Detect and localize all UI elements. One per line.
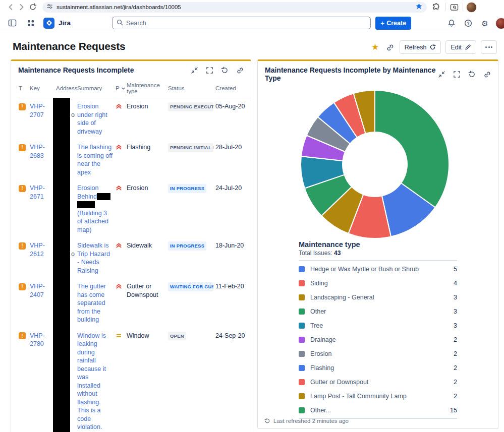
sidebar-toggle-icon[interactable] xyxy=(6,17,18,29)
page-header: Maintenance Requests ★ Refresh Edit xyxy=(0,32,504,59)
legend-row[interactable]: Drainage 2 xyxy=(299,333,457,347)
link-icon[interactable] xyxy=(236,66,244,74)
maintenance-type: Erosion xyxy=(127,102,168,136)
col-priority-sort[interactable]: P xyxy=(116,85,127,91)
divider xyxy=(445,3,445,11)
legend-row[interactable]: Erosion 2 xyxy=(299,347,457,361)
edit-button[interactable]: Edit xyxy=(445,40,476,54)
issue-summary-link[interactable]: The gutter has come separated from the b… xyxy=(77,282,116,324)
issue-key-link[interactable]: VHP-2671 xyxy=(28,184,56,234)
issue-summary-link[interactable]: Erosion under right side of driveway xyxy=(77,102,116,136)
chart-legend: Hedge or Wax Myrtle or Bush or Shrub 5 S… xyxy=(299,262,457,417)
donut-chart[interactable] xyxy=(258,89,498,240)
reload-icon[interactable] xyxy=(27,2,38,13)
minimize-icon[interactable] xyxy=(437,70,445,78)
legend-label: Hedge or Wax Myrtle or Bush or Shrub xyxy=(310,266,454,273)
panel-title: Maintenance Requests Incomplete by Maint… xyxy=(265,66,437,82)
more-options-button[interactable] xyxy=(481,40,497,54)
site-info-icon[interactable] xyxy=(46,3,53,12)
refresh-panel-icon[interactable] xyxy=(468,70,476,78)
redaction-box xyxy=(53,139,70,180)
donut-slice[interactable] xyxy=(375,90,449,208)
settings-gear-icon[interactable]: ⚙ xyxy=(479,17,491,29)
legend-row[interactable]: Flashing 2 xyxy=(299,361,457,375)
help-icon[interactable]: ? xyxy=(462,17,474,29)
refresh-panel-icon[interactable] xyxy=(220,66,229,74)
global-search[interactable] xyxy=(112,17,371,29)
app-switcher-icon[interactable] xyxy=(25,17,37,29)
legend-row[interactable]: Lamp Post - Tall Community Lamp 2 xyxy=(299,389,457,403)
status-badge: IN PROGRESS xyxy=(168,241,206,251)
table-row: ! VHP-2671 Erosion Behind███ ████ (Build… xyxy=(19,180,251,237)
issue-summary-link[interactable]: Sidewalk is Trip Hazard - Needs Raising xyxy=(77,241,116,275)
issue-key-link[interactable]: VHP-2407 xyxy=(28,282,56,324)
status-cell: IN PROGRESS xyxy=(168,241,215,275)
link-icon[interactable] xyxy=(483,70,491,78)
issue-key-link[interactable]: VHP-2780 xyxy=(28,332,56,431)
address-cell xyxy=(56,282,77,324)
issue-summary-link[interactable]: The flashing is coming off near the apex xyxy=(77,143,116,176)
issue-table-body: ! VHP-2707 o Erosion under right side of… xyxy=(19,98,251,432)
legend-label: Other... xyxy=(310,407,450,414)
user-avatar[interactable] xyxy=(495,18,504,29)
legend-value: 3 xyxy=(454,294,457,301)
legend-row[interactable]: Siding 4 xyxy=(299,276,457,290)
legend-row[interactable]: Gutter or Downspout 2 xyxy=(299,375,457,389)
svg-text:?: ? xyxy=(467,21,469,26)
issue-summary-link[interactable]: Window is leaking during rainfall becaus… xyxy=(77,332,116,431)
browser-profile-avatar[interactable] xyxy=(466,2,477,13)
url-text[interactable]: sustainment.atlassian.net/jira/dashboard… xyxy=(57,4,412,10)
legend-label: Siding xyxy=(310,280,454,287)
url-bar[interactable]: sustainment.atlassian.net/jira/dashboard… xyxy=(42,2,427,13)
expand-icon[interactable] xyxy=(205,66,213,74)
legend-row[interactable]: Tree 3 xyxy=(299,319,457,333)
legend-row[interactable]: Landscaping - General 3 xyxy=(299,290,457,304)
expand-icon[interactable] xyxy=(453,70,461,78)
favorite-star-icon[interactable]: ★ xyxy=(370,42,380,52)
issue-key-link[interactable]: VHP-2707 xyxy=(28,102,56,136)
minimize-icon[interactable] xyxy=(190,66,198,74)
col-maintenance-type: Maintenance type xyxy=(127,82,168,94)
refresh-button[interactable]: Refresh xyxy=(400,40,441,54)
status-badge: PENDING INITIAL INSP... xyxy=(168,143,213,152)
search-input[interactable] xyxy=(126,20,366,27)
status-cell: PENDING EXECUTION ... xyxy=(168,102,215,136)
maintenance-type: Erosion xyxy=(127,184,168,234)
issue-type-icon: ! xyxy=(19,103,26,110)
legend-swatch xyxy=(299,337,305,343)
issue-key-link[interactable]: VHP-2683 xyxy=(28,143,56,176)
edit-pencil-icon xyxy=(465,44,471,50)
col-type: T xyxy=(19,85,28,91)
legend-row[interactable]: Hedge or Wax Myrtle or Bush or Shrub 5 xyxy=(299,262,457,276)
legend-value: 4 xyxy=(454,280,457,287)
side-panel-icon[interactable] xyxy=(449,2,460,13)
maintenance-type: Flashing xyxy=(127,143,168,176)
status-badge: PENDING EXECUTION ... xyxy=(168,102,213,111)
forward-icon[interactable] xyxy=(16,2,27,13)
maintenance-type: Gutter or Downspout xyxy=(127,282,168,324)
legend-swatch xyxy=(299,379,305,385)
issue-key-link[interactable]: VHP-2612 xyxy=(28,241,56,275)
status-badge: IN PROGRESS xyxy=(168,184,206,193)
legend-row[interactable]: Other 3 xyxy=(299,304,457,319)
legend-value: 2 xyxy=(454,364,457,372)
col-summary: Summary xyxy=(77,85,116,91)
issue-summary-link[interactable]: Erosion Behind███ ████ (Building 3 of at… xyxy=(77,184,116,234)
address-peek: o xyxy=(71,250,75,259)
notifications-bell-icon[interactable] xyxy=(445,17,458,29)
col-address: Address xyxy=(56,85,77,91)
back-icon[interactable] xyxy=(5,2,16,13)
bookmark-star-icon[interactable] xyxy=(415,3,423,12)
legend-value: 5 xyxy=(454,266,457,273)
extensions-icon[interactable] xyxy=(431,2,442,13)
legend-row[interactable]: Other... 15 xyxy=(299,403,457,417)
legend-value: 2 xyxy=(454,350,457,357)
chart-total: Total Issues: 43 xyxy=(299,250,498,257)
legend-value: 3 xyxy=(454,308,457,315)
create-button[interactable]: + Create xyxy=(375,17,411,30)
legend-swatch xyxy=(299,294,305,300)
jira-logo[interactable] xyxy=(43,18,54,29)
issue-type-icon: ! xyxy=(19,185,26,192)
copy-link-icon[interactable] xyxy=(385,42,395,52)
priority-icon xyxy=(116,332,127,431)
